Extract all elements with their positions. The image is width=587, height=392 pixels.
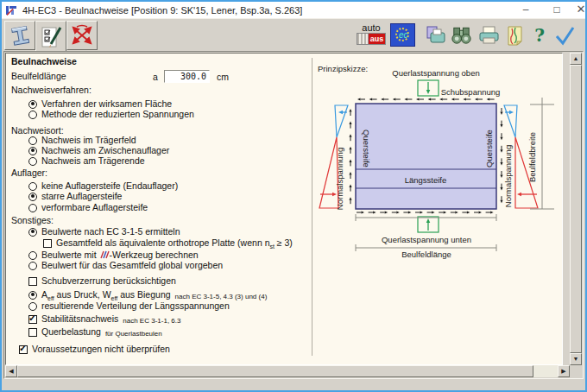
width-dim-label: Beulfeldbreite [527, 132, 537, 182]
form-heading: Beulnachweise [11, 57, 77, 66]
length-dim-label: Beulfeldlänge [401, 250, 451, 259]
radio-traegerende[interactable]: Nachweis am Trägerende [28, 156, 145, 166]
right-normal-label: Normalspannung [503, 145, 513, 207]
checkbox-orthotrope-platte[interactable]: Gesamtfeld als äquivalente orthotrope Pl… [43, 238, 293, 250]
checkbox-voraussetzungen[interactable]: Voraussetzungen nicht überprüfen [19, 345, 170, 354]
toolbar: auto aus ec [2, 18, 585, 51]
left-compression-triangle [335, 105, 348, 137]
auto-slider-icon [357, 34, 369, 44]
section-sonstiges: Sonstiges: [11, 216, 54, 225]
checklist-icon [38, 25, 64, 49]
radio-icon[interactable] [28, 182, 37, 191]
radio-verformbare-auflagersteife[interactable]: verformbare Auflagersteife [28, 203, 148, 212]
left-normal-label: Normalspannung [335, 148, 344, 210]
querbelastung-note: für Querlastbeulen [105, 327, 162, 338]
tab-lasten[interactable] [66, 21, 98, 50]
top-load-label: Querlastspannung oben [392, 68, 479, 78]
beulfeldlaenge-symbol: a [153, 72, 158, 82]
checkbox-schubverzerrung[interactable]: Schubverzerrung berücksichtigen [28, 276, 176, 286]
printer-icon [477, 25, 501, 46]
auto-aus-toggle[interactable]: auto aus [357, 22, 386, 47]
radio-traegerfeld[interactable]: Nachweis im Trägerfeld [28, 136, 136, 145]
titlebar: 4H-EC3 - Beulnachweise [Position 9: SK'1… [2, 2, 585, 18]
crossed-arrows-icon [69, 24, 95, 47]
search-button[interactable] [449, 23, 473, 47]
vertical-scroll-thumb[interactable] [570, 65, 582, 353]
tab-nachweise[interactable] [35, 21, 66, 53]
beulfeldlaenge-label: Beulfeldlänge [11, 72, 66, 81]
help-button[interactable]: ? [531, 23, 548, 47]
section-nachweisverfahren: Nachweisverfahren: [11, 85, 92, 95]
notes-icon [503, 24, 527, 47]
radio-icon[interactable] [28, 193, 37, 201]
horizontal-scrollbar: ◀ ▶ [5, 365, 570, 377]
checkbox-querbelastung[interactable]: Querbelastung für Querlastbeulen [28, 327, 162, 338]
radio-icon[interactable] [28, 291, 37, 300]
scroll-right-button[interactable]: ▶ [558, 365, 570, 377]
work-area: Beulnachweise Beulfeldlänge a cm Nachwei… [5, 53, 563, 365]
buckling-plate [356, 104, 496, 209]
ec-label: ec [399, 30, 408, 41]
radio-icon[interactable] [28, 111, 37, 119]
stabilitaet-note: nach EC 3-1-1, 6.3 [123, 314, 180, 326]
scrollbar-corner [570, 365, 582, 377]
radio-beulwert-global[interactable]: Beulwert für das Gesamtfeld global vorge… [28, 261, 223, 270]
checkbox-icon[interactable] [28, 328, 37, 337]
checkbox-icon[interactable] [28, 315, 37, 324]
tab-profile[interactable] [4, 21, 35, 50]
bottom-load-label: Querlastspannung unten [382, 235, 471, 244]
print-button[interactable] [477, 23, 501, 47]
checkbox-icon[interactable] [28, 277, 37, 286]
radio-resultierende-verteilung[interactable]: resultierende Verteilung der Längsspannu… [28, 301, 230, 311]
radio-icon[interactable] [28, 228, 37, 237]
ibeam-icon [7, 23, 33, 47]
radio-icon[interactable] [28, 262, 37, 270]
scroll-down-button[interactable]: ▼ [570, 353, 582, 365]
radio-reduzierte-spannungen[interactable]: Methode der reduzierten Spannungen [28, 110, 194, 119]
radio-icon[interactable] [28, 204, 37, 212]
radio-beulwerte-ec[interactable]: Beulwerte nach EC 3-1-5 ermitteln [28, 227, 180, 237]
principle-sketch: Prinzipskizze: Längssteife Quersteife Qu… [312, 54, 563, 361]
copy-icon [424, 25, 447, 46]
radio-icon[interactable] [28, 302, 37, 311]
right-stiffener-label: Quersteife [484, 130, 494, 168]
maximize-button[interactable]: □ [549, 2, 565, 17]
checkbox-stabilitaetsnachweis[interactable]: Stabilitätsnachweis nach EC 3-1-1, 6.3 [28, 314, 180, 326]
checkbox-icon[interactable] [19, 345, 28, 354]
help-icon: ? [534, 25, 545, 46]
checkbox-icon[interactable] [43, 239, 52, 248]
sketch-caption: Prinzipskizze: [318, 64, 368, 73]
radio-icon[interactable] [28, 136, 37, 145]
auto-label: auto [357, 22, 386, 33]
beulfeldlaenge-input[interactable] [164, 70, 210, 83]
vertical-scrollbar: ▲ ▼ [570, 53, 582, 365]
close-button[interactable]: ✕ [573, 2, 587, 17]
protocol-button[interactable] [502, 23, 527, 47]
scroll-up-button[interactable]: ▲ [570, 53, 582, 65]
minimize-button[interactable]: – [518, 2, 533, 17]
status-strip [2, 379, 585, 390]
copy-button[interactable] [423, 23, 447, 47]
window-title: 4H-EC3 - Beulnachweise [Position 9: SK'1… [22, 5, 302, 16]
horizontal-scroll-thumb[interactable] [17, 365, 533, 377]
scroll-left-button[interactable]: ◀ [5, 365, 17, 377]
radio-starre-auflagersteife[interactable]: starre Auflagersteife [28, 192, 122, 201]
left-stiffener-label: Quersteife [362, 130, 371, 168]
app-window: 4H-EC3 - Beulnachweise [Position 9: SK'1… [0, 0, 587, 392]
radio-zwischenauflager[interactable]: Nachweis am Zwischenauflager [28, 146, 169, 155]
radio-icon[interactable] [28, 157, 37, 166]
eurocode-button[interactable]: ec [390, 23, 415, 47]
radio-icon[interactable] [28, 251, 37, 260]
radio-verfahren-wirksame-flaeche[interactable]: Verfahren der wirksamen Fläche [28, 99, 172, 109]
section-auflager: Auflager: [11, 168, 47, 178]
beulfeldlaenge-unit: cm [217, 72, 229, 82]
radio-icon[interactable] [28, 147, 37, 155]
radio-beulwerte-werkzeug[interactable]: Beulwerte mit -Werkzeug berechnen [28, 250, 199, 260]
radio-icon[interactable] [28, 100, 37, 109]
radio-keine-auflagersteife[interactable]: keine Auflagersteife (Endauflager) [28, 181, 178, 191]
confirm-check-icon [553, 25, 576, 46]
confirm-button[interactable] [552, 23, 577, 47]
longitudinal-stiffener-label: Längssteife [405, 175, 447, 185]
aus-label: aus [369, 34, 385, 44]
right-compression-triangle [504, 105, 517, 137]
